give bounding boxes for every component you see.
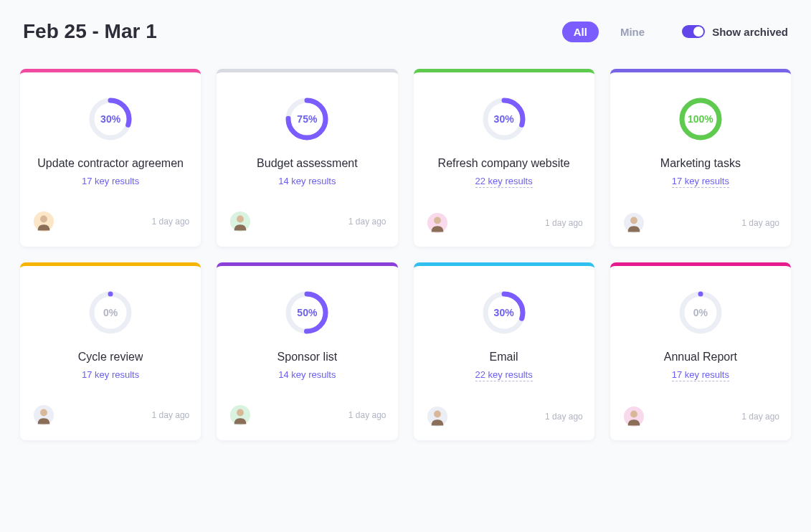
- svg-point-15: [630, 217, 637, 224]
- avatar[interactable]: [32, 403, 56, 427]
- progress-ring: 75%: [285, 97, 329, 141]
- card-footer: 1 day ago: [32, 403, 189, 427]
- card-title: Budget assessment: [257, 157, 358, 170]
- card-footer: 1 day ago: [425, 211, 583, 235]
- cards-grid: 30% Update contractor agreemen 17 key re…: [20, 69, 791, 440]
- svg-point-3: [40, 216, 47, 223]
- progress-ring: 100%: [678, 97, 723, 141]
- progress-percent: 30%: [88, 97, 133, 141]
- card-key-results[interactable]: 22 key results: [475, 176, 533, 188]
- card-timestamp: 1 day ago: [152, 410, 190, 420]
- avatar[interactable]: [622, 211, 646, 235]
- objective-card[interactable]: 75% Budget assessment 14 key results 1 d…: [217, 69, 397, 247]
- svg-point-19: [40, 409, 47, 417]
- card-footer: 1 day ago: [425, 404, 583, 429]
- card-timestamp: 1 day ago: [741, 218, 779, 228]
- objective-card[interactable]: 50% Sponsor list 14 key results 1 day ag…: [217, 262, 397, 440]
- progress-ring: 0%: [88, 290, 133, 335]
- filter-all-button[interactable]: All: [562, 22, 599, 42]
- objective-card[interactable]: 100% Marketing tasks 17 key results 1 da…: [610, 69, 791, 247]
- objective-card[interactable]: 30% Email 22 key results 1 day ago: [414, 262, 594, 440]
- card-footer: 1 day ago: [32, 209, 189, 234]
- card-key-results[interactable]: 17 key results: [82, 369, 139, 380]
- toggle-icon: [682, 25, 705, 38]
- avatar[interactable]: [425, 211, 450, 235]
- objective-card[interactable]: 0% Annual Report 17 key results 1 day ag…: [610, 262, 791, 440]
- card-footer: 1 day ago: [228, 403, 386, 427]
- progress-percent: 30%: [482, 97, 526, 141]
- avatar[interactable]: [228, 209, 252, 234]
- avatar[interactable]: [32, 209, 56, 234]
- avatar[interactable]: [622, 404, 646, 429]
- card-key-results[interactable]: 14 key results: [278, 176, 336, 186]
- progress-ring: 0%: [678, 290, 723, 335]
- progress-percent: 100%: [678, 97, 723, 141]
- toggle-label: Show archived: [712, 26, 788, 38]
- card-timestamp: 1 day ago: [348, 217, 386, 227]
- card-timestamp: 1 day ago: [545, 412, 583, 422]
- card-title: Marketing tasks: [660, 157, 741, 170]
- objective-card[interactable]: 30% Refresh company website 22 key resul…: [414, 69, 594, 247]
- progress-ring: 30%: [482, 97, 526, 141]
- svg-point-31: [630, 411, 637, 418]
- card-key-results[interactable]: 17 key results: [82, 176, 139, 186]
- svg-point-27: [434, 411, 441, 418]
- svg-point-7: [237, 216, 244, 223]
- card-footer: 1 day ago: [622, 211, 779, 235]
- filter-pills: All Mine: [562, 22, 656, 42]
- card-title: Refresh company website: [438, 157, 570, 170]
- card-title: Cycle review: [78, 351, 143, 364]
- progress-percent: 50%: [285, 290, 329, 335]
- card-key-results[interactable]: 17 key results: [672, 369, 729, 381]
- card-footer: 1 day ago: [228, 209, 386, 234]
- svg-point-11: [434, 217, 441, 224]
- card-key-results[interactable]: 14 key results: [278, 369, 336, 380]
- progress-ring: 50%: [285, 290, 329, 335]
- progress-percent: 75%: [285, 97, 329, 141]
- show-archived-toggle[interactable]: Show archived: [682, 25, 788, 38]
- avatar[interactable]: [425, 404, 450, 429]
- card-footer: 1 day ago: [622, 404, 779, 429]
- card-timestamp: 1 day ago: [741, 412, 779, 422]
- filter-mine-button[interactable]: Mine: [609, 22, 656, 42]
- card-title: Annual Report: [664, 351, 737, 364]
- avatar[interactable]: [228, 403, 252, 427]
- objective-card[interactable]: 30% Update contractor agreemen 17 key re…: [20, 69, 201, 247]
- card-timestamp: 1 day ago: [152, 217, 190, 227]
- card-title: Update contractor agreemen: [37, 157, 184, 170]
- card-timestamp: 1 day ago: [545, 218, 583, 228]
- card-key-results[interactable]: 17 key results: [672, 176, 729, 188]
- card-title: Email: [490, 351, 518, 364]
- card-key-results[interactable]: 22 key results: [475, 369, 533, 381]
- progress-percent: 0%: [678, 290, 723, 335]
- svg-point-23: [237, 409, 244, 417]
- header-controls: All Mine Show archived: [562, 22, 788, 42]
- progress-ring: 30%: [88, 97, 133, 141]
- card-timestamp: 1 day ago: [348, 410, 386, 420]
- card-title: Sponsor list: [278, 351, 338, 364]
- progress-ring: 30%: [482, 290, 526, 335]
- page-title: Feb 25 - Mar 1: [23, 20, 157, 43]
- progress-percent: 0%: [88, 290, 133, 335]
- objective-card[interactable]: 0% Cycle review 17 key results 1 day ago: [20, 262, 201, 440]
- progress-percent: 30%: [482, 290, 526, 335]
